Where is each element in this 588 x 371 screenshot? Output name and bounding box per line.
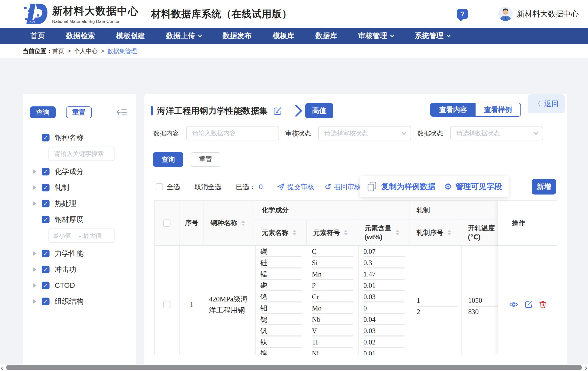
view-content-button[interactable]: 查看内容 [431,103,476,116]
filter-checkbox[interactable]: ✓ [42,200,50,207]
expand-arrow-icon[interactable] [33,267,36,272]
submit-review-button[interactable]: 提交审核 [277,182,314,191]
expand-arrow-icon[interactable] [33,283,36,288]
filter-checkbox[interactable]: ✓ [42,282,50,289]
expand-arrow-icon[interactable] [33,201,36,206]
manage-fields-button[interactable]: 管理可见字段 [455,181,502,192]
nav-item[interactable]: 审核管理 [358,31,394,41]
question-icon: ? [460,10,464,18]
sidebar-reset-button[interactable]: 重置 [66,106,92,118]
nav-item[interactable]: 系统管理 [415,31,450,41]
copy-sample-button[interactable]: 复制为样例数据 [381,181,435,192]
recall-review-button[interactable]: ↺ 召回审核 [324,182,361,191]
scroll-left-icon[interactable]: ‹ [0,365,4,370]
expand-arrow-icon[interactable] [33,185,36,190]
view-sample-button[interactable]: 查看样例 [476,103,520,116]
filter-item-row[interactable]: ✓ 轧制 [30,180,130,196]
element-symbol: Ti [307,336,358,348]
col-index: 序号 [179,201,204,245]
col-element-name: 元素名称 [255,220,307,245]
filter-checkbox[interactable]: ✓ [42,250,50,257]
check-icon: ✓ [43,251,48,256]
select-all-checkbox[interactable] [156,183,163,190]
breadcrumb-item[interactable]: > 个人中心 [64,47,97,55]
query-button[interactable]: 查询 [153,152,183,167]
sort-icon[interactable] [396,230,399,235]
data-status-select[interactable]: 请选择数据状态 [450,126,543,140]
element-name: 铬 [256,291,307,302]
filter-checkbox[interactable]: ✓ [42,298,50,305]
filter-item-row[interactable]: ✓ 钢种名称 [30,130,130,146]
view-row-button[interactable] [509,301,518,308]
actions-column: 操作 [498,201,557,355]
filter-item-row[interactable]: ✓ 冲击功 [30,262,130,277]
edit-title-icon[interactable] [273,106,282,115]
thickness-min-input[interactable] [53,232,77,239]
filter-checkbox[interactable]: ✓ [42,168,50,175]
sort-icon[interactable] [344,230,348,235]
title-accent-bar [151,106,153,115]
nav-item[interactable]: 数据检索 [66,31,95,41]
filter-item-row[interactable]: ✓ 组织结构 [30,293,130,309]
nav-item-label: 数据上传 [166,31,195,41]
filter-tree-item: ✓ 力学性能 [30,246,130,262]
breadcrumb: 当前位置： > 首页 > 个人中心 > 数据集管理 [0,44,588,59]
add-button[interactable]: 新增 [532,179,556,195]
expand-arrow-icon[interactable] [33,169,36,174]
filter-item-row[interactable]: ✓ 化学成分 [30,164,130,180]
steel-name: 420MPa级海洋工程用钢 [209,293,251,316]
expand-arrow-icon[interactable] [33,251,36,256]
nav-item[interactable]: 数据发布 [223,31,251,41]
keyword-search-input[interactable] [48,147,115,161]
filter-checkbox[interactable]: ✓ [42,266,50,273]
reset-button[interactable]: 重置 [191,152,220,167]
header-checkbox[interactable] [163,220,170,227]
svg-text:2024: 2024 [29,21,35,23]
sort-icon[interactable] [293,230,296,235]
nav-item[interactable]: 数据库 [315,31,337,41]
expand-arrow-icon[interactable] [33,299,36,304]
back-button[interactable]: 〈 返回 [528,94,565,113]
data-status-label: 数据状态 [417,129,443,138]
nav-dropdown-caret-icon [447,33,451,37]
filter-item-row[interactable]: ✓ 热处理 [30,196,130,212]
sidebar-query-button[interactable]: 查询 [30,106,56,118]
filter-item-row[interactable]: ✓ CTOD [30,277,130,293]
filter-checkbox[interactable]: ✓ [42,134,50,141]
nav-item[interactable]: 数据上传 [166,31,201,41]
nav-dropdown-caret-icon [198,33,202,37]
thickness-max-input[interactable] [83,232,107,239]
scrollbar-thumb[interactable] [6,365,582,370]
element-content-cell: 0.070.31.470.010.0300.040.030.020.01 [359,246,410,355]
nav-item[interactable]: 模板创建 [116,31,145,41]
filter-tree-item: ✓ 组织结构 [30,293,130,309]
element-content: 1.47 [359,268,410,280]
filter-item-row[interactable]: ✓ 钢材厚度 [30,212,130,227]
data-content-input[interactable] [187,127,279,140]
edit-row-button[interactable] [525,301,533,308]
logo-title: 新材料大数据中心 [52,4,139,18]
collapse-sidebar-icon[interactable] [117,108,127,116]
nav-item[interactable]: 首页 [30,31,45,41]
row-checkbox[interactable] [163,301,170,308]
deselect-all-button[interactable]: 取消全选 [194,182,221,191]
breadcrumb-item[interactable]: > 数据集管理 [97,47,137,55]
nav-item-label: 数据库 [315,31,337,41]
filter-tree: ✓ 钢种名称 [30,130,130,309]
filter-checkbox[interactable]: ✓ [42,184,50,191]
sort-icon[interactable] [447,230,451,235]
view-toggle: 查看内容 查看样例 [430,103,521,117]
breadcrumb-separator: > [101,48,104,55]
thickness-range-input[interactable]: - [48,229,115,243]
help-button[interactable]: ? [457,9,468,19]
user-avatar[interactable] [498,7,513,21]
filter-item-row[interactable]: ✓ 力学性能 [30,246,130,262]
sort-icon[interactable] [241,220,245,226]
nav-item[interactable]: 模板库 [273,31,294,41]
review-status-select[interactable]: 请选择审核状态 [318,126,411,140]
delete-row-button[interactable] [539,301,546,308]
scroll-right-icon[interactable]: › [584,365,588,370]
row-actions [498,246,557,355]
breadcrumb-item[interactable]: > 首页 [52,47,64,55]
filter-checkbox[interactable]: ✓ [42,216,50,223]
